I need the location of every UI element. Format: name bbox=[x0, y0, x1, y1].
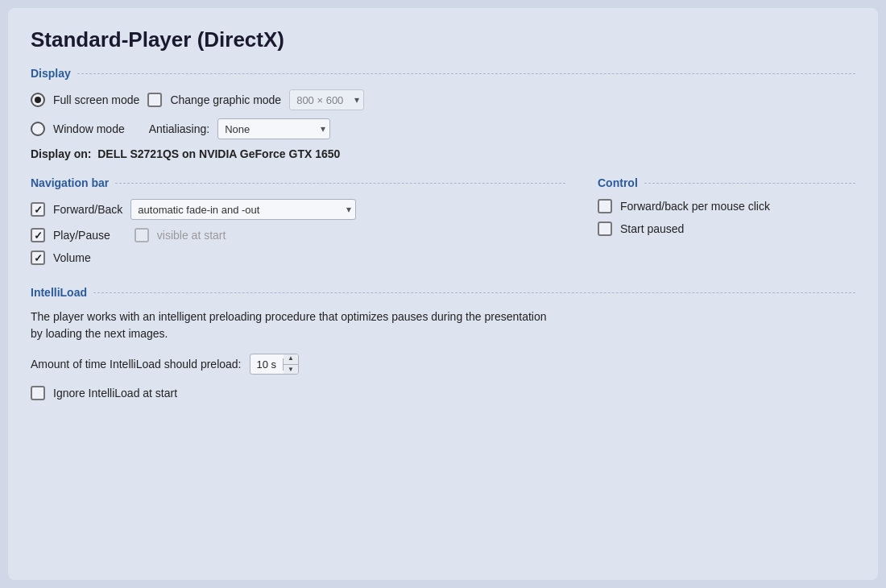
forward-back-row: Forward/Back automatic fade-in and -out … bbox=[31, 199, 565, 220]
visible-at-start-checkbox[interactable] bbox=[135, 228, 149, 242]
preload-value: 10 s bbox=[250, 358, 284, 371]
nav-control-section: Navigation bar Forward/Back automatic fa… bbox=[31, 173, 855, 273]
preload-label: Amount of time IntelliLoad should preloa… bbox=[31, 358, 242, 371]
antialiasing-label: Antialiasing: bbox=[149, 122, 210, 135]
display-section-label: Display bbox=[31, 67, 71, 80]
display-section-header: Display bbox=[31, 67, 855, 80]
display-on-value: DELL S2721QS on NVIDIA GeForce GTX 1650 bbox=[97, 147, 340, 160]
forward-back-checkbox[interactable] bbox=[31, 202, 45, 217]
forward-back-label: Forward/Back bbox=[53, 203, 122, 216]
display-on-label: Display on: bbox=[31, 147, 91, 160]
change-graphic-label: Change graphic mode bbox=[170, 93, 281, 106]
control-col: Control Forward/back per mouse click Sta… bbox=[598, 173, 855, 273]
spinbox-down-button[interactable]: ▼ bbox=[284, 365, 298, 375]
preload-spinbox[interactable]: 10 s ▲ ▼ bbox=[250, 354, 300, 375]
navigation-bar-col: Navigation bar Forward/Back automatic fa… bbox=[31, 173, 565, 273]
change-graphic-checkbox[interactable] bbox=[147, 93, 162, 107]
control-section-header: Control bbox=[598, 176, 855, 189]
intelliload-description: The player works with an intelligent pre… bbox=[31, 308, 855, 342]
ignore-intelliload-checkbox[interactable] bbox=[31, 386, 45, 400]
antialiasing-select-wrapper: None 2x MSAA 4x MSAA 8x MSAA bbox=[217, 118, 330, 139]
volume-checkbox[interactable] bbox=[31, 251, 45, 265]
intelliload-section: IntelliLoad The player works with an int… bbox=[31, 286, 855, 400]
play-pause-checkbox[interactable] bbox=[31, 228, 45, 242]
ignore-intelliload-label: Ignore IntelliLoad at start bbox=[53, 387, 177, 400]
nav-section-header: Navigation bar bbox=[31, 176, 565, 189]
control-section-label: Control bbox=[598, 176, 638, 189]
nav-section-label: Navigation bar bbox=[31, 176, 109, 189]
visible-at-start-label: visible at start bbox=[157, 229, 226, 242]
window-mode-radio[interactable] bbox=[31, 122, 45, 136]
intelliload-section-label: IntelliLoad bbox=[31, 286, 87, 299]
start-paused-row: Start paused bbox=[598, 222, 855, 236]
fwd-back-mouse-row: Forward/back per mouse click bbox=[598, 199, 855, 213]
fwd-back-mouse-checkbox[interactable] bbox=[598, 199, 612, 213]
fullscreen-radio[interactable] bbox=[31, 93, 45, 107]
volume-row: Volume bbox=[31, 251, 565, 265]
settings-panel: Standard-Player (DirectX) Display Full s… bbox=[8, 8, 878, 580]
intelliload-section-header: IntelliLoad bbox=[31, 286, 855, 299]
window-mode-label: Window mode bbox=[53, 122, 125, 135]
forward-back-select[interactable]: automatic fade-in and -out always visibl… bbox=[130, 199, 356, 220]
window-mode-row: Window mode Antialiasing: None 2x MSAA 4… bbox=[31, 118, 855, 139]
spinbox-up-button[interactable]: ▲ bbox=[284, 354, 298, 365]
ignore-intelliload-row: Ignore IntelliLoad at start bbox=[31, 386, 855, 400]
play-pause-row: Play/Pause visible at start bbox=[31, 228, 565, 242]
graphic-mode-select-wrapper: 800 × 600 bbox=[289, 89, 364, 110]
start-paused-label: Start paused bbox=[620, 222, 684, 235]
volume-label: Volume bbox=[53, 251, 91, 264]
preload-row: Amount of time IntelliLoad should preloa… bbox=[31, 354, 855, 375]
antialiasing-select[interactable]: None 2x MSAA 4x MSAA 8x MSAA bbox=[217, 118, 330, 139]
control-divider bbox=[644, 183, 855, 184]
start-paused-checkbox[interactable] bbox=[598, 222, 612, 236]
display-on-row: Display on: DELL S2721QS on NVIDIA GeFor… bbox=[31, 147, 855, 160]
graphic-mode-select[interactable]: 800 × 600 bbox=[289, 89, 364, 110]
intelliload-divider bbox=[93, 292, 855, 293]
display-divider bbox=[77, 73, 855, 74]
fullscreen-row: Full screen mode Change graphic mode 800… bbox=[31, 89, 855, 110]
play-pause-label: Play/Pause bbox=[53, 229, 110, 242]
page-title: Standard-Player (DirectX) bbox=[31, 27, 855, 52]
fwd-back-mouse-label: Forward/back per mouse click bbox=[620, 200, 770, 213]
nav-divider bbox=[115, 183, 565, 184]
forward-back-select-wrapper: automatic fade-in and -out always visibl… bbox=[130, 199, 356, 220]
fullscreen-label: Full screen mode bbox=[53, 93, 139, 106]
spinbox-buttons: ▲ ▼ bbox=[284, 354, 298, 375]
